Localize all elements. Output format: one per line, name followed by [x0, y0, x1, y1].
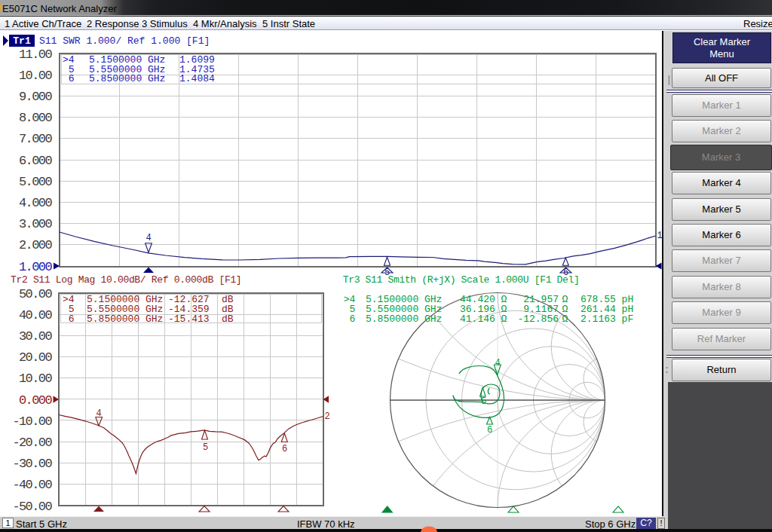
svg-text:20.00: 20.00 [19, 350, 52, 365]
svg-text:8.000: 8.000 [19, 111, 52, 125]
svg-text:-15.413: -15.413 [168, 313, 210, 325]
svg-text:9.000: 9.000 [19, 90, 52, 104]
svg-text:6: 6 [487, 425, 492, 436]
svg-text:11.00: 11.00 [19, 47, 52, 62]
svg-text:2.1163 pF: 2.1163 pF [581, 313, 633, 325]
svg-text:6: 6 [69, 73, 75, 84]
svg-text:30.00: 30.00 [19, 329, 52, 344]
svg-text:6: 6 [282, 444, 287, 454]
svg-text:Tr1: Tr1 [13, 35, 31, 47]
svg-text:2.000: 2.000 [19, 238, 52, 252]
svg-text:7.000: 7.000 [19, 132, 52, 146]
svg-text:50.00: 50.00 [19, 287, 52, 301]
svg-text:Tr3 S11 Smith (R+jX) Scale 1.0: Tr3 S11 Smith (R+jX) Scale 1.000U [F1 De… [343, 274, 580, 286]
svg-text:5.8500000 GHz: 5.8500000 GHz [87, 313, 163, 325]
svg-text:4: 4 [146, 233, 151, 243]
svg-text:6: 6 [350, 313, 356, 325]
svg-text:-30.00: -30.00 [12, 457, 52, 471]
svg-text:-12.856: -12.856 [517, 313, 559, 325]
svg-text:5.000: 5.000 [19, 175, 52, 189]
svg-text:6.000: 6.000 [19, 154, 52, 168]
svg-text:5: 5 [203, 442, 208, 453]
svg-text:10.00: 10.00 [19, 69, 52, 83]
svg-text:S11 SWR 1.000/ Ref 1.000 [F1]: S11 SWR 1.000/ Ref 1.000 [F1] [39, 35, 210, 47]
svg-text:Tr2 S11 Log Mag 10.00dB/ Ref 0: Tr2 S11 Log Mag 10.00dB/ Ref 0.000dB [F1… [11, 274, 241, 286]
svg-text:4: 4 [495, 358, 500, 368]
svg-text:2: 2 [325, 411, 330, 422]
svg-text:6: 6 [69, 313, 75, 325]
svg-text:4: 4 [96, 408, 101, 419]
svg-text:41.146 Ω: 41.146 Ω [460, 313, 507, 325]
svg-text:Ω: Ω [562, 313, 568, 325]
svg-text:5.8500000 GHz: 5.8500000 GHz [366, 313, 442, 325]
svg-text:3.000: 3.000 [19, 217, 52, 231]
svg-text:1.000: 1.000 [19, 260, 52, 274]
svg-text:1.4084: 1.4084 [179, 73, 215, 84]
svg-text:-50.00: -50.00 [12, 500, 52, 514]
svg-text:5.8500000 GHz: 5.8500000 GHz [89, 73, 165, 84]
svg-text:-20.00: -20.00 [12, 436, 52, 450]
svg-text:5: 5 [481, 396, 486, 407]
svg-text:40.00: 40.00 [19, 308, 52, 323]
svg-text:-40.00: -40.00 [12, 478, 52, 492]
svg-text:-10.00: -10.00 [12, 414, 52, 429]
svg-text:0.000: 0.000 [19, 393, 52, 408]
svg-text:dB: dB [222, 313, 234, 325]
svg-text:10.00: 10.00 [19, 371, 52, 386]
svg-text:1: 1 [657, 231, 663, 241]
svg-text:4.000: 4.000 [19, 196, 52, 210]
